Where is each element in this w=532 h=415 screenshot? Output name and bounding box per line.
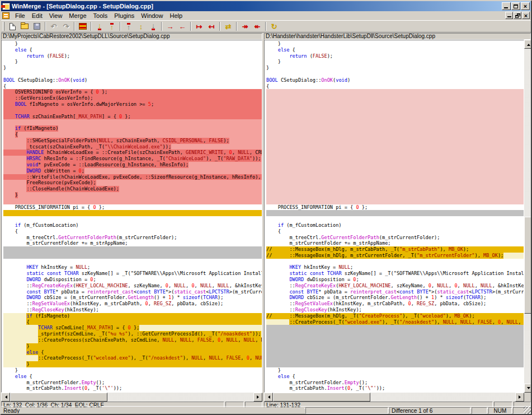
code-line[interactable] [266,259,524,265]
code-line[interactable]: PROCESS_INFORMATION pi = { 0 }; [3,204,262,211]
code-line[interactable] [266,210,524,216]
code-line[interactable]: } [3,65,262,71]
code-line[interactable]: m_strCabPath.Insert(0, _T('\"')); [266,385,524,391]
code-line[interactable]: // ::MessageBox(m_hDlg, m_strCurrentFold… [266,253,524,259]
save-button[interactable] [31,21,43,32]
code-line[interactable]: { [3,83,262,90]
code-line[interactable]: } [266,367,524,374]
menu-item-edit[interactable]: Edit [29,12,46,20]
code-line[interactable]: HKEY hkInstKey = NULL; [3,264,262,271]
code-line[interactable] [266,138,524,144]
code-line[interactable]: { [266,83,524,90]
code-line[interactable]: } [266,59,524,65]
code-line[interactable] [3,246,262,253]
code-line[interactable]: static const TCHAR szKeyName[] = _T("SOF… [3,271,262,277]
code-line[interactable] [3,210,262,216]
mdi-restore-button[interactable] [514,12,521,19]
code-line[interactable] [266,349,524,356]
copy-all-left-button[interactable]: ↞ [251,21,263,32]
code-line[interactable]: ::RegSetValueEx(hkInstKey, m_strCabPath,… [266,301,524,307]
code-line[interactable]: _stprintf(szCmdLine, _T("%u %s"), ::GetC… [3,331,262,337]
right-code[interactable]: } else { return (FALSE); }}BOOL CSetupDi… [266,41,524,392]
left-horizontal-scrollbar[interactable] [1,393,262,402]
left-horizontal-scroll-thumb[interactable] [10,393,107,402]
code-line[interactable]: else { [3,374,262,380]
code-line[interactable]: { [266,229,524,235]
copy-all-right-button[interactable]: ↠ [239,21,251,32]
minimize-button[interactable] [502,2,511,10]
code-line[interactable]: } [266,41,524,47]
code-line[interactable] [266,108,524,114]
code-line[interactable] [266,125,524,132]
copy-left-button[interactable]: ← [176,21,189,32]
code-line[interactable] [266,156,524,162]
right-code-pane[interactable]: } else { return (FALSE); }}BOOL CSetupDi… [264,40,524,393]
mdi-close-button[interactable]: × [522,12,530,19]
current-difference-button[interactable] [77,21,89,32]
code-line[interactable]: // ::MessageBox(m_hDlg, m_strCabPath, _T… [266,246,524,253]
code-line[interactable]: DWORD dwDisposition = 0; [266,277,524,283]
code-line[interactable]: m_treeCtrl.GetCurrentFolderPath(m_strCur… [3,235,262,241]
code-line[interactable]: else { [266,47,524,53]
code-line[interactable]: } [3,41,262,47]
code-line[interactable] [266,198,524,204]
code-line[interactable]: _tcscat(szChainExePath, _T("\\ChainWceLo… [3,144,262,150]
code-line[interactable]: DWORD cbWritten = 0; [3,168,262,174]
code-line[interactable]: ::RegCreateKeyEx(HKEY_LOCAL_MACHINE, szK… [3,283,262,289]
code-line[interactable] [266,325,524,331]
code-line[interactable] [266,355,524,361]
code-line[interactable]: PROCESS_INFORMATION pi = { 0 }; [266,204,524,211]
code-line[interactable]: BOOL CSetupDialog::OnOK(void) [266,77,524,83]
mdi-minimize-button[interactable] [505,12,513,19]
code-line[interactable]: else { [3,47,262,53]
code-line[interactable]: TCHAR szChainExePath[_MAX_PATH] = { 0 }; [3,114,262,120]
menu-item-view[interactable]: View [46,12,66,20]
code-line[interactable]: return (FALSE); [3,53,262,59]
code-line[interactable]: // ::MessageBox(m_hDlg, _T("CreateProces… [266,313,524,319]
toolbar-grip[interactable] [3,22,4,31]
first-difference-button[interactable]: ↑ [123,21,135,32]
code-line[interactable] [266,216,524,222]
code-line[interactable] [266,343,524,349]
code-line[interactable]: ::CreateProcess(szChainExePath, szCmdLin… [3,337,262,343]
copy-right-button[interactable]: → [164,21,176,32]
code-line[interactable]: ::RegCreateKeyEx(HKEY_LOCAL_MACHINE, szK… [266,283,524,289]
right-horizontal-scroll-thumb[interactable] [273,393,370,402]
previous-difference-button[interactable]: ↑ [106,21,118,32]
code-line[interactable]: HKEY hkInstKey = NULL; [266,264,524,271]
code-line[interactable]: } [3,343,262,349]
code-line[interactable]: const BYTE* pbData = reinterpret_cast<co… [3,289,262,295]
code-line[interactable]: FreeResource(pvExeCode); [3,180,262,186]
last-difference-button[interactable]: ↓ [147,21,159,32]
code-line[interactable] [3,119,262,125]
code-line[interactable]: } [3,367,262,374]
close-button[interactable]: × [521,2,530,10]
code-line[interactable]: DWORD dwDisposition = 0; [3,277,262,283]
code-line[interactable] [266,89,524,95]
code-line[interactable] [266,186,524,192]
code-line[interactable]: ::RegCloseKey(hkInstKey); [3,307,262,313]
copy-left-advance-button[interactable]: ↤ [205,21,218,32]
left-file-path-header[interactable]: D:\MyProjects\CabRestore2002\SetupDLL\So… [1,33,262,40]
select-difference-button[interactable]: ↕ [135,21,147,32]
code-line[interactable]: void* pvExeCode = ::LoadResource(g_hInst… [3,162,262,168]
code-line[interactable] [3,198,262,204]
left-code[interactable]: } else { return (FALSE); }}BOOL CSetupDi… [3,41,262,392]
code-line[interactable]: ::SHGetSpecialFolderPath(NULL, szChainEx… [3,138,262,144]
maximize-button[interactable] [511,2,520,10]
next-difference-button[interactable]: ↓ [93,21,106,32]
code-line[interactable]: m_strCurrentFolder += m_strAppName; [3,240,262,246]
code-line[interactable]: m_strCurrentFolder.Empty(); [3,380,262,386]
code-line[interactable] [266,144,524,150]
right-scroll-left-button[interactable] [264,393,273,402]
code-line[interactable] [266,192,524,198]
vertical-scroll-thumb[interactable] [524,217,532,314]
code-line[interactable] [266,361,524,367]
menu-item-help[interactable]: Help [166,12,186,20]
code-line[interactable]: ::WriteFile(hChainWceLoadExe, pvExeCode,… [3,174,262,180]
code-line[interactable] [266,180,524,186]
undo-button[interactable]: ↶ [48,21,60,32]
code-line[interactable] [266,71,524,77]
code-line[interactable] [3,259,262,265]
document-icon[interactable] [2,12,10,19]
